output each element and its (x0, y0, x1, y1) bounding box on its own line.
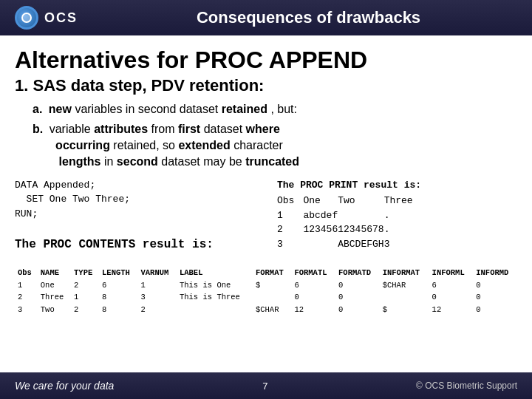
data-section: DATA Appended; SET One Two Three; RUN; T… (15, 178, 517, 258)
footer: We care for your data 7 © OCS Biometric … (0, 372, 532, 399)
ch-name: NAME (38, 267, 71, 279)
cr1-type: 2 (71, 279, 99, 292)
cr1-formatl: 6 (291, 279, 335, 292)
cr1-format: $ (253, 279, 291, 292)
list-items: a. new variables in second dataset retai… (33, 101, 517, 171)
cr3-obs: 3 (15, 304, 38, 316)
cr3-length: 8 (99, 304, 137, 316)
result-row-1: 1 abcdef . (277, 208, 413, 223)
logo-text: OCS (44, 10, 78, 26)
cr2-varnum: 3 (138, 291, 177, 304)
item-b-text2: from (151, 123, 178, 135)
cr3-type: 2 (71, 304, 99, 316)
result-r2-two: 12345678 (338, 222, 383, 237)
result-col-three: Three (384, 194, 413, 208)
contents-row-1: 1 One 2 6 1 This is One $ 6 0 $CHAR 6 0 (15, 279, 517, 292)
cr2-name: Three (38, 291, 71, 304)
logo-icon (15, 6, 38, 30)
result-r2-three: . (384, 222, 413, 237)
code-line-2: SET One Two Three; (15, 192, 255, 207)
cr3-label (177, 304, 253, 316)
item-b-text4: retained, so (113, 139, 178, 151)
ch-varnum: VARNUM (138, 267, 177, 279)
section-title: 1. SAS data step, PDV retention: (15, 76, 517, 95)
page-title: Alternatives for PROC APPEND (15, 47, 517, 73)
ch-format: FORMAT (253, 267, 291, 279)
cr2-obs: 2 (15, 291, 38, 304)
code-block: DATA Appended; SET One Two Three; RUN; T… (15, 178, 255, 258)
item-b-truncated: truncated (245, 155, 299, 168)
contents-row-3: 3 Two 2 8 2 $CHAR 12 0 $ 12 0 (15, 304, 517, 316)
item-a-text1: variables in second dataset (75, 103, 221, 115)
cr3-formatd: 0 (335, 304, 380, 316)
proc-contents-title: The PROC CONTENTS result is: (15, 236, 255, 253)
ch-informat: INFORMAT (380, 267, 429, 279)
cr2-type: 1 (71, 291, 99, 304)
result-r1-obs: 1 (277, 208, 303, 223)
item-b-lengths: lengths (59, 155, 101, 168)
cr3-informd: 0 (473, 304, 517, 316)
contents-row-2: 2 Three 1 8 3 This is Three 0 0 0 0 (15, 291, 517, 304)
footer-page-number: 7 (262, 381, 267, 392)
logo-inner-circle (21, 13, 32, 23)
item-b-extended: extended (178, 139, 230, 151)
result-r1-one: abcdef (303, 208, 338, 223)
cr3-informat: $ (380, 304, 429, 316)
result-r2-one: 123456 (303, 222, 338, 237)
cr3-formatl: 12 (291, 304, 335, 316)
cr2-formatl: 0 (291, 291, 335, 304)
item-a-new: new (49, 103, 72, 115)
cr2-formatd: 0 (335, 291, 380, 304)
cr1-formatd: 0 (335, 279, 380, 292)
contents-header-row: Obs NAME TYPE LENGTH VARNUM LABEL FORMAT… (15, 267, 517, 279)
result-col-obs: Obs (277, 194, 303, 208)
list-item-a: a. new variables in second dataset retai… (33, 101, 517, 117)
cr1-informl: 6 (429, 279, 474, 292)
cr1-label: This is One (177, 279, 253, 292)
header: OCS Consequences of drawbacks (0, 0, 532, 35)
result-row-2: 2 123456 12345678 . (277, 222, 413, 237)
ch-informl: INFORML (429, 267, 474, 279)
code-line-3: RUN; (15, 207, 255, 222)
cr1-length: 6 (99, 279, 137, 292)
item-b-second: second (117, 155, 158, 168)
result-col-one: One (303, 194, 338, 208)
footer-copyright: © OCS Biometric Support (416, 381, 517, 391)
cr3-name: Two (38, 304, 71, 316)
ch-formatl: FORMATL (291, 267, 335, 279)
item-b-text3: dataset (204, 123, 246, 135)
list-item-b: b. variable attributes from first datase… (33, 121, 517, 171)
code-line-1: DATA Appended; (15, 178, 255, 193)
result-r3-one (303, 237, 338, 252)
item-b-text7: dataset may be (161, 155, 245, 168)
result-block: The PROC PRINT result is: Obs One Two Th… (277, 178, 517, 258)
list-label-b: b. (33, 123, 43, 135)
cr1-varnum: 1 (138, 279, 177, 292)
cr3-informl: 12 (429, 304, 474, 316)
result-row-3: 3 ABCDEFGH 3 (277, 237, 413, 252)
ch-formatd: FORMATD (335, 267, 380, 279)
cr2-informd: 0 (473, 291, 517, 304)
cr2-label: This is Three (177, 291, 253, 304)
logo: OCS (15, 6, 78, 30)
item-b-first: first (178, 123, 200, 135)
main-content: Alternatives for PROC APPEND 1. SAS data… (0, 35, 532, 324)
cr1-obs: 1 (15, 279, 38, 292)
result-r3-two: ABCDEFGH (338, 237, 383, 252)
list-label-a: a. (33, 103, 42, 115)
ch-length: LENGTH (99, 267, 137, 279)
contents-table-wrapper: Obs NAME TYPE LENGTH VARNUM LABEL FORMAT… (15, 267, 517, 316)
item-b-text1: variable (50, 123, 94, 135)
item-b-text6: in (104, 155, 117, 168)
cr1-informd: 0 (473, 279, 517, 292)
ch-type: TYPE (71, 267, 99, 279)
result-r3-obs: 3 (277, 237, 303, 252)
ch-label: LABEL (177, 267, 253, 279)
ch-obs: Obs (15, 267, 38, 279)
contents-table: Obs NAME TYPE LENGTH VARNUM LABEL FORMAT… (15, 267, 517, 316)
cr2-length: 8 (99, 291, 137, 304)
cr2-informat (380, 291, 429, 304)
result-r2-obs: 2 (277, 222, 303, 237)
result-r1-two (338, 208, 383, 223)
item-b-attributes: attributes (94, 123, 148, 135)
